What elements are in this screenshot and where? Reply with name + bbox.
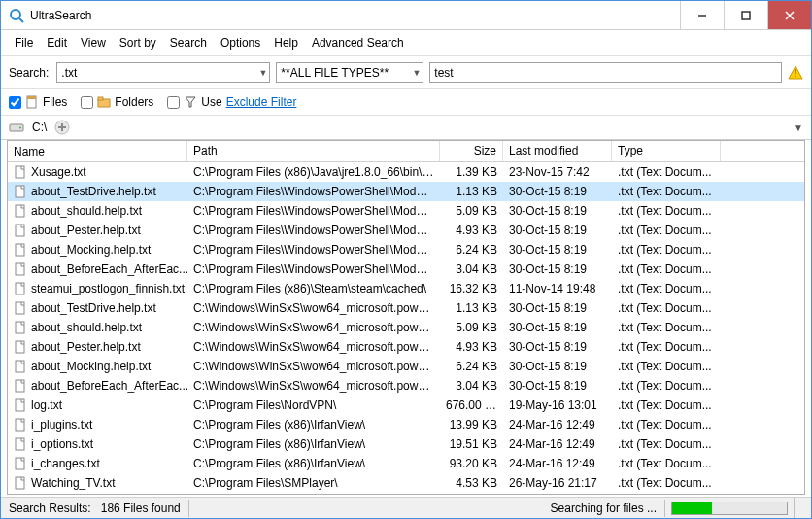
- cell-type: .txt (Text Docum...: [612, 436, 721, 452]
- cell-name: about_BeforeEach_AfterEac...: [8, 261, 187, 277]
- search-bar: Search: ▼ ▼ !: [1, 56, 811, 89]
- table-body[interactable]: Xusage.txtC:\Program Files (x86)\Java\jr…: [8, 162, 804, 494]
- menu-item-advanced-search[interactable]: Advanced Search: [306, 34, 410, 52]
- query-input[interactable]: [434, 66, 777, 80]
- svg-rect-28: [16, 361, 24, 372]
- cell-size: 676.00 KB: [440, 398, 503, 413]
- menu-item-view[interactable]: View: [75, 34, 112, 52]
- svg-rect-18: [16, 166, 24, 178]
- svg-marker-12: [186, 97, 195, 107]
- add-drive-icon[interactable]: [54, 120, 70, 135]
- svg-line-1: [19, 18, 23, 22]
- menu-item-search[interactable]: Search: [164, 34, 213, 52]
- cell-mod: 26-May-16 21:17: [503, 475, 612, 491]
- table-row[interactable]: about_BeforeEach_AfterEac...C:\Program F…: [8, 260, 804, 279]
- table-row[interactable]: about_should.help.txtC:\Program Files\Wi…: [8, 201, 804, 221]
- filetype-input[interactable]: [281, 66, 419, 80]
- cell-name: i_options.txt: [8, 436, 187, 452]
- query-combo[interactable]: [429, 62, 782, 83]
- menu-item-options[interactable]: Options: [215, 34, 266, 52]
- cell-mod: 30-Oct-15 8:19: [503, 203, 612, 219]
- cell-path: C:\Program Files (x86)\IrfanView\: [187, 417, 440, 432]
- cell-name: about_TestDrive.help.txt: [8, 184, 187, 199]
- cell-mod: 30-Oct-15 8:19: [503, 261, 612, 277]
- table-row[interactable]: about_Pester.help.txtC:\Windows\WinSxS\w…: [8, 337, 804, 357]
- table-row[interactable]: about_BeforeEach_AfterEac...C:\Windows\W…: [8, 376, 804, 396]
- extension-combo[interactable]: ▼: [56, 62, 270, 83]
- use-checkbox[interactable]: [167, 96, 180, 109]
- cell-path: C:\Windows\WinSxS\wow64_microsoft.powers…: [187, 320, 440, 335]
- filter-icon: [184, 95, 197, 109]
- cell-type: .txt (Text Docum...: [612, 184, 721, 199]
- cell-size: 93.20 KB: [440, 456, 503, 471]
- cell-mod: 24-Mar-16 12:49: [503, 417, 612, 432]
- cell-mod: 24-Mar-16 12:49: [503, 456, 612, 471]
- svg-rect-9: [27, 96, 36, 99]
- table-row[interactable]: about_TestDrive.help.txtC:\Program Files…: [8, 182, 804, 201]
- status-bar: Search Results: 186 Files found Searchin…: [1, 497, 811, 518]
- svg-rect-19: [16, 186, 24, 197]
- cell-size: 5.09 KB: [440, 320, 503, 335]
- files-checkbox-group: Files: [9, 95, 67, 109]
- cell-size: 19.51 KB: [440, 436, 503, 452]
- cell-size: 4.93 KB: [440, 339, 503, 355]
- table-row[interactable]: log.txtC:\Program Files\NordVPN\676.00 K…: [8, 396, 804, 415]
- table-row[interactable]: Watching_TV.txtC:\Program Files\SMPlayer…: [8, 473, 804, 493]
- status-searching: Searching for files ...: [543, 500, 665, 517]
- file-icon: [25, 95, 39, 109]
- status-results: Search Results: 186 Files found: [1, 500, 189, 517]
- table-row[interactable]: steamui_postlogon_finnish.txtC:\Program …: [8, 279, 804, 298]
- folder-icon: [97, 95, 111, 109]
- cell-path: C:\Program Files (x86)\Steam\steam\cache…: [187, 281, 440, 296]
- table-row[interactable]: about_Pester.help.txtC:\Program Files\Wi…: [8, 221, 804, 240]
- cell-name: about_Mocking.help.txt: [8, 359, 187, 374]
- extension-input[interactable]: [61, 66, 265, 80]
- maximize-button[interactable]: [724, 1, 767, 29]
- cell-path: C:\Windows\WinSxS\wow64_microsoft.powers…: [187, 300, 440, 316]
- table-row[interactable]: about_Mocking.help.txtC:\Windows\WinSxS\…: [8, 357, 804, 376]
- minimize-button[interactable]: [680, 1, 724, 29]
- use-filter-group: Use Exclude Filter: [167, 95, 296, 109]
- menu-item-help[interactable]: Help: [268, 34, 304, 52]
- drive-label[interactable]: C:\: [32, 121, 47, 134]
- cell-name: i_plugins.txt: [8, 417, 187, 432]
- menu-item-sort-by[interactable]: Sort by: [114, 34, 162, 52]
- table-row[interactable]: i_changes.txtC:\Program Files (x86)\Irfa…: [8, 454, 804, 473]
- table-row[interactable]: about_TestDrive.help.txtC:\Windows\WinSx…: [8, 298, 804, 318]
- cell-size: 1.39 KB: [440, 164, 503, 180]
- cell-mod: 19-May-16 13:01: [503, 398, 612, 413]
- menu-item-file[interactable]: File: [9, 34, 39, 52]
- table-row[interactable]: i_plugins.txtC:\Program Files (x86)\Irfa…: [8, 415, 804, 434]
- cell-path: C:\Windows\WinSxS\wow64_microsoft.powers…: [187, 378, 440, 394]
- close-button[interactable]: [767, 1, 811, 29]
- cell-type: .txt (Text Docum...: [612, 261, 721, 277]
- files-checkbox[interactable]: [9, 96, 21, 109]
- table-row[interactable]: i_options.txtC:\Program Files (x86)\Irfa…: [8, 434, 804, 454]
- svg-rect-24: [16, 283, 24, 294]
- cell-type: .txt (Text Docum...: [612, 417, 721, 432]
- col-name-header[interactable]: Name: [8, 141, 187, 161]
- exclude-filter-link[interactable]: Exclude Filter: [226, 95, 297, 109]
- cell-type: .txt (Text Docum...: [612, 456, 721, 471]
- cell-type: .txt (Text Docum...: [612, 242, 721, 258]
- filetype-combo[interactable]: ▼: [276, 62, 423, 83]
- chevron-down-icon[interactable]: ▼: [794, 122, 803, 133]
- app-icon: [9, 8, 24, 23]
- cell-type: .txt (Text Docum...: [612, 203, 721, 219]
- cell-path: C:\Program Files\WindowsPowerShell\Modul…: [187, 184, 440, 199]
- cell-path: C:\Program Files (x86)\IrfanView\: [187, 456, 440, 471]
- folders-checkbox[interactable]: [81, 96, 93, 109]
- table-row[interactable]: about_should.help.txtC:\Windows\WinSxS\w…: [8, 318, 804, 337]
- cell-size: 4.93 KB: [440, 223, 503, 238]
- cell-path: C:\Program Files\WindowsPowerShell\Modul…: [187, 203, 440, 219]
- table-row[interactable]: Xusage.txtC:\Program Files (x86)\Java\jr…: [8, 162, 804, 182]
- cell-type: .txt (Text Docum...: [612, 223, 721, 238]
- menu-item-edit[interactable]: Edit: [41, 34, 73, 52]
- col-type-header[interactable]: Type: [612, 141, 721, 161]
- cell-path: C:\Program Files\WindowsPowerShell\Modul…: [187, 242, 440, 258]
- col-mod-header[interactable]: Last modified: [503, 141, 612, 161]
- col-size-header[interactable]: Size: [440, 141, 503, 161]
- table-row[interactable]: about_Mocking.help.txtC:\Program Files\W…: [8, 240, 804, 260]
- cell-type: .txt (Text Docum...: [612, 164, 721, 180]
- col-path-header[interactable]: Path: [187, 141, 440, 161]
